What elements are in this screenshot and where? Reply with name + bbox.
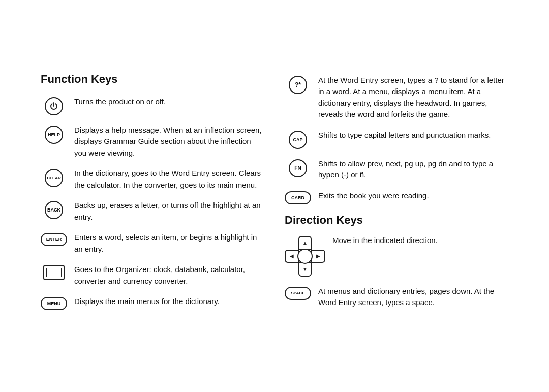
right-column: ?* At the Word Entry screen, types a ? t… xyxy=(285,73,508,320)
key-row-space: SPACE At menus and dictionary entries, p… xyxy=(285,286,508,309)
back-key-container: BACK xyxy=(41,201,67,219)
organizer-key-container xyxy=(41,265,67,280)
key-row-fn: FN Shifts to allow prev, next, pg up, pg… xyxy=(285,158,508,181)
question-mark-icon: ?* xyxy=(289,76,307,94)
menu-icon: MENU xyxy=(41,297,67,310)
dpad-icon: ▲ ▼ ◀ ▶ xyxy=(285,236,325,277)
space-desc: At menus and dictionary entries, pages d… xyxy=(318,286,508,309)
clear-key-container: CLEAR xyxy=(41,169,67,187)
cap-icon: CAP xyxy=(289,131,307,149)
key-row-dpad: ▲ ▼ ◀ ▶ Move in the indicated direction. xyxy=(285,235,508,277)
qmark-key-container: ?* xyxy=(285,76,311,94)
cap-desc: Shifts to type capital letters and punct… xyxy=(318,130,508,141)
space-key-container: SPACE xyxy=(285,287,311,300)
fn-icon: FN xyxy=(289,159,307,177)
card-icon: CARD xyxy=(285,191,311,204)
card-desc: Exits the book you were reading. xyxy=(318,190,508,202)
key-row-menu: MENU Displays the main menus for the dic… xyxy=(41,296,264,310)
back-icon: BACK xyxy=(45,201,63,219)
power-desc: Turns the product on or off. xyxy=(74,96,264,108)
fn-desc: Shifts to allow prev, next, pg up, pg dn… xyxy=(318,158,508,181)
key-row-qmark: ?* At the Word Entry screen, types a ? t… xyxy=(285,75,508,120)
menu-key-container: MENU xyxy=(41,297,67,310)
key-row-cap: CAP Shifts to type capital letters and p… xyxy=(285,130,508,149)
key-row-power: Turns the product on or off. xyxy=(41,96,264,115)
key-row-help: HELP Displays a help message. When at an… xyxy=(41,125,264,159)
help-key-container: HELP xyxy=(41,126,67,144)
fn-key-container: FN xyxy=(285,159,311,177)
menu-desc: Displays the main menus for the dictiona… xyxy=(74,296,264,308)
function-keys-title: Function Keys xyxy=(41,73,264,86)
help-icon: HELP xyxy=(45,126,63,144)
key-row-card: CARD Exits the book you were reading. xyxy=(285,190,508,204)
dpad-left: ◀ xyxy=(285,250,299,263)
dpad-container: ▲ ▼ ◀ ▶ xyxy=(285,236,325,277)
space-icon: SPACE xyxy=(285,287,311,300)
left-column: Function Keys Turns the product on or of… xyxy=(41,73,264,320)
help-desc: Displays a help message. When at an infl… xyxy=(74,125,264,159)
key-row-back: BACK Backs up, erases a letter, or turns… xyxy=(41,200,264,223)
power-svg xyxy=(49,102,58,111)
enter-key-container: ENTER xyxy=(41,233,67,246)
enter-icon: ENTER xyxy=(41,233,67,246)
page: Function Keys Turns the product on or of… xyxy=(30,57,518,335)
key-row-organizer: Goes to the Organizer: clock, databank, … xyxy=(41,264,264,287)
power-icon xyxy=(45,97,63,115)
key-row-clear: CLEAR In the dictionary, goes to the Wor… xyxy=(41,168,264,191)
direction-keys-title: Direction Keys xyxy=(285,214,508,227)
key-row-enter: ENTER Enters a word, selects an item, or… xyxy=(41,232,264,255)
clear-desc: In the dictionary, goes to the Word Entr… xyxy=(74,168,264,191)
left-arrow: ◀ xyxy=(290,253,294,259)
dpad-down: ▼ xyxy=(298,262,312,277)
dpad-up: ▲ xyxy=(298,236,312,250)
dpad-center xyxy=(297,249,313,264)
qmark-desc: At the Word Entry screen, types a ? to s… xyxy=(318,75,508,120)
down-arrow: ▼ xyxy=(302,266,308,272)
back-desc: Backs up, erases a letter, or turns off … xyxy=(74,200,264,223)
power-key-container xyxy=(41,97,67,115)
enter-desc: Enters a word, selects an item, or begin… xyxy=(74,232,264,255)
up-arrow: ▲ xyxy=(302,240,308,246)
organizer-rect-2 xyxy=(55,268,62,277)
card-key-container: CARD xyxy=(285,191,311,204)
organizer-desc: Goes to the Organizer: clock, databank, … xyxy=(74,264,264,287)
right-arrow: ▶ xyxy=(316,253,320,259)
organizer-rect-1 xyxy=(46,268,53,277)
dpad-right: ▶ xyxy=(311,250,325,263)
cap-key-container: CAP xyxy=(285,131,311,149)
organizer-icon xyxy=(43,265,65,280)
clear-icon: CLEAR xyxy=(45,169,63,187)
dpad-desc: Move in the indicated direction. xyxy=(332,235,508,247)
